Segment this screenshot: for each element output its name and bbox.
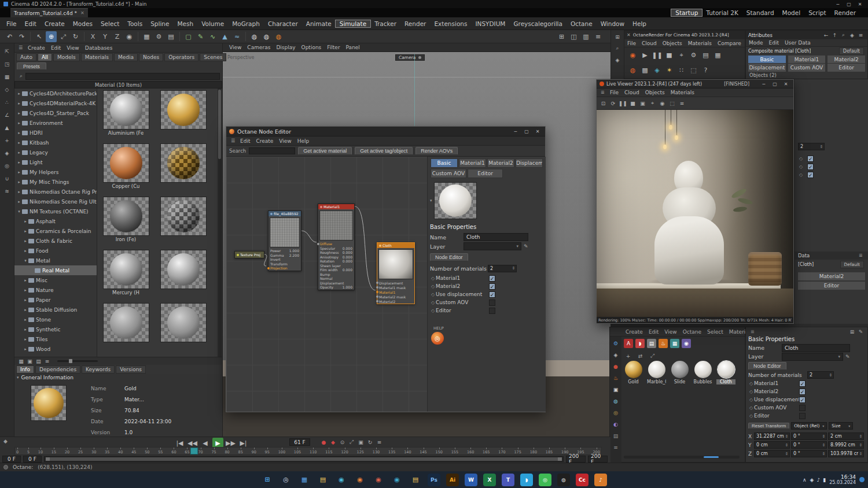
timeline-tick[interactable]: 85 bbox=[238, 448, 243, 454]
spinner-arrows-icon[interactable]: ⇕ bbox=[858, 443, 863, 448]
viewport-menu-item[interactable]: Options bbox=[299, 45, 325, 50]
notification-center-button[interactable] bbox=[859, 477, 865, 482]
browser-search-input[interactable] bbox=[25, 73, 220, 80]
material-item[interactable]: Slide bbox=[670, 361, 689, 385]
timeline-tick[interactable]: 105 bbox=[294, 448, 301, 454]
menubar-item[interactable]: Tracker bbox=[370, 20, 400, 27]
timeline-tick[interactable]: 55 bbox=[158, 448, 163, 454]
viewport-menu-item[interactable]: Display bbox=[273, 45, 298, 50]
tree-item[interactable]: ▸Ceramics & Porcelain bbox=[14, 226, 97, 236]
start-button[interactable]: ⊞ bbox=[261, 474, 274, 486]
material-grid-item[interactable] bbox=[155, 248, 212, 301]
node-param-row[interactable]: Material1 mask bbox=[377, 285, 414, 290]
timeline-ruler[interactable]: 0510152025303540455055606570758085909510… bbox=[14, 447, 602, 455]
node-input-dot[interactable] bbox=[376, 295, 378, 298]
info-tab[interactable]: Dependencies bbox=[35, 365, 80, 374]
material-manager-menu-item[interactable]: Create bbox=[623, 329, 646, 335]
tree-item[interactable]: ▸Stone bbox=[14, 315, 97, 324]
kernel-icon[interactable]: ▤ bbox=[700, 50, 711, 61]
tree-item[interactable]: ▸Nature bbox=[14, 285, 97, 295]
timeline-tick[interactable]: 120 bbox=[341, 448, 348, 454]
grid-scrollbar[interactable] bbox=[218, 88, 222, 357]
menubar-item[interactable]: Create bbox=[41, 20, 69, 27]
info-tab[interactable]: Versions bbox=[116, 365, 146, 374]
dock-search-icon[interactable]: ⌕ bbox=[613, 44, 622, 53]
coordinate-input[interactable]: 0 °⇕ bbox=[791, 432, 827, 440]
thumb-large-view-icon[interactable]: ▣ bbox=[25, 357, 34, 365]
move-tool-icon[interactable]: ⊕ bbox=[46, 31, 57, 42]
node-param-row[interactable]: Sheen layer bbox=[318, 264, 354, 268]
panel-menu-icon[interactable]: ≡ bbox=[856, 31, 865, 39]
expand-arrow-icon[interactable]: ▸ bbox=[23, 317, 28, 322]
checkbox[interactable]: ✓ bbox=[489, 291, 495, 298]
node-collapse-dot[interactable] bbox=[379, 245, 381, 247]
quantize-icon[interactable]: ≋ bbox=[3, 187, 12, 195]
sphere-preset-icon[interactable]: ◉ bbox=[682, 339, 691, 348]
browser-tab[interactable]: Materials bbox=[81, 53, 113, 61]
viewport-camera-chip[interactable]: Camera bbox=[395, 54, 425, 61]
timeline-tick[interactable]: 150 bbox=[436, 448, 443, 454]
expand-arrow-icon[interactable]: ▸ bbox=[16, 180, 22, 184]
material-name-input[interactable]: Cloth bbox=[782, 344, 850, 352]
node-param-row[interactable]: Power1.000 bbox=[269, 249, 301, 253]
panel-hamburger-icon[interactable]: ☰ bbox=[748, 327, 757, 336]
viewport-toggle-icon[interactable]: ▥ bbox=[580, 31, 591, 42]
node-editor-menu-item[interactable]: Create bbox=[253, 138, 276, 144]
render-settings-icon[interactable]: ⚙ bbox=[153, 31, 164, 42]
tree-item[interactable]: ▸Tiles bbox=[14, 334, 97, 344]
node-input-dot[interactable] bbox=[267, 267, 270, 269]
tree-item[interactable]: ▸My Misc Things bbox=[14, 177, 97, 187]
tree-item[interactable]: ▸HDRI bbox=[14, 128, 97, 138]
menubar-item[interactable]: File bbox=[2, 20, 21, 27]
maximize-button[interactable]: ▢ bbox=[844, 1, 854, 8]
word-icon[interactable]: W bbox=[465, 474, 477, 486]
pen-tool-icon[interactable]: ✎ bbox=[195, 31, 206, 42]
document-tab[interactable]: Transform_Tutorial.c4d * ✕ bbox=[10, 8, 88, 17]
tree-item[interactable]: ▸Cycles4D_Starter_Pack bbox=[14, 108, 97, 118]
node-param-row[interactable]: Displacement bbox=[377, 280, 414, 285]
z-axis-lock-icon[interactable]: Z bbox=[112, 31, 123, 42]
timeline-tick[interactable]: 135 bbox=[388, 448, 395, 454]
reset-transform-button[interactable]: Reset Transform bbox=[748, 423, 789, 429]
tray-battery-icon[interactable]: ▮ bbox=[823, 477, 826, 483]
timeline-tick[interactable]: 130 bbox=[373, 448, 380, 454]
expand-arrow-icon[interactable]: ▸ bbox=[23, 239, 28, 243]
tree-item[interactable]: ▸Food bbox=[14, 246, 97, 256]
attributes-tab[interactable]: Displacement bbox=[748, 63, 786, 72]
tree-item[interactable]: ▸My Helpers bbox=[14, 167, 97, 177]
spinner-arrows-icon[interactable]: ⇕ bbox=[784, 443, 789, 448]
preview-end-field[interactable]: 200 F bbox=[566, 456, 586, 463]
parameter-key-toggle[interactable]: ≡ bbox=[375, 438, 384, 446]
taskbar-date[interactable]: 25.03.2024 bbox=[829, 480, 856, 485]
timeline-tick[interactable]: 75 bbox=[211, 448, 216, 454]
timeline-tick[interactable]: 125 bbox=[357, 448, 364, 454]
expand-arrow-icon[interactable]: ▸ bbox=[23, 219, 28, 224]
node-material1[interactable]: Material1 DiffuseSpecular0.000Roughness0… bbox=[318, 204, 355, 290]
node-graph-canvas[interactable]: Texture Proj file_40a88592 Power1.000Gam… bbox=[226, 157, 427, 412]
pick-focus-icon[interactable]: ⌖ bbox=[648, 99, 657, 108]
coord-size-dropdown[interactable]: Size▾ bbox=[829, 422, 853, 430]
timeline-tick[interactable]: 115 bbox=[325, 448, 332, 454]
photoshop-icon[interactable]: Ps bbox=[428, 474, 440, 486]
expand-arrow-icon[interactable]: ▸ bbox=[23, 278, 28, 283]
render-preview[interactable] bbox=[597, 110, 793, 317]
spinner-arrows-icon[interactable]: ⇕ bbox=[858, 434, 863, 439]
snap-icon[interactable]: ◎ bbox=[3, 161, 12, 170]
coordinate-input[interactable]: 0 cm⇕ bbox=[754, 450, 790, 457]
coordinate-input[interactable]: 8.9992 cm⇕ bbox=[828, 441, 864, 449]
menubar-item[interactable]: Mesh bbox=[173, 20, 197, 27]
node-param-row[interactable]: Displacement bbox=[318, 281, 354, 286]
node-param-row[interactable]: Anisotropy0.000 bbox=[318, 255, 354, 260]
expand-arrow-icon[interactable]: ▸ bbox=[16, 101, 22, 106]
menubar-item[interactable]: Select bbox=[97, 20, 123, 27]
aov-icon[interactable]: ▦ bbox=[712, 50, 723, 61]
property-check-row[interactable]: ◇Material2✓ bbox=[430, 282, 543, 290]
node-cloth-composite[interactable]: Cloth DisplacementMaterial1 maskMaterial… bbox=[377, 242, 415, 304]
expand-arrow-icon[interactable]: ▸ bbox=[16, 170, 22, 175]
rotation-key-toggle[interactable]: ↻ bbox=[366, 438, 374, 446]
presets-button[interactable]: Presets bbox=[17, 62, 46, 70]
live-viewer-menu-item[interactable]: Objects bbox=[642, 90, 668, 95]
number-of-materials-input[interactable]: 2 ⇕ bbox=[807, 371, 834, 379]
layer-icon[interactable]: ▤ bbox=[612, 431, 620, 440]
checkbox[interactable]: ✓ bbox=[807, 164, 814, 170]
